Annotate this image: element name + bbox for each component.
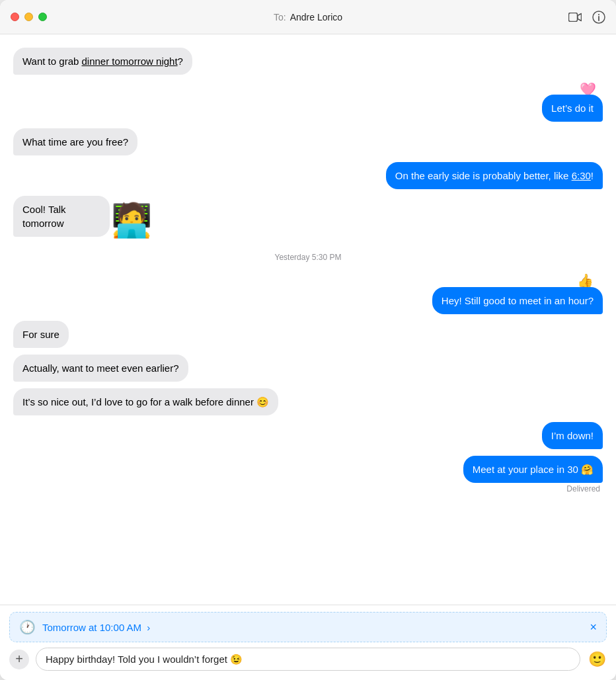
bubble-4: On the early side is probably better, li…: [386, 162, 603, 189]
input-area: 🕐 Tomorrow at 10:00 AM › × + 🙂: [0, 605, 616, 680]
traffic-lights: [11, 13, 47, 21]
messages-area: Want to grab dinner tomorrow night? 🩷 Le…: [0, 34, 616, 605]
message-row-2: 🩷 Let’s do it: [13, 81, 603, 122]
messages-window: To: Andre Lorico Want to: [0, 0, 616, 680]
scheduled-clock-icon: 🕐: [19, 619, 36, 635]
bubble-10: I’m down!: [542, 422, 603, 449]
bubble-9: It’s so nice out, I’d love to go for a w…: [13, 388, 278, 415]
message-row-8: Actually, want to meet even earlier?: [13, 355, 603, 382]
message-row-1: Want to grab dinner tomorrow night?: [13, 48, 603, 75]
titlebar-actions: [568, 11, 605, 24]
message-row-4: On the early side is probably better, li…: [13, 162, 603, 189]
message-row-5: Cool! Talk tomorrow 🧑‍💻: [13, 196, 603, 237]
bubble-7: For sure: [13, 321, 69, 348]
scheduled-close-button[interactable]: ×: [590, 620, 597, 634]
maximize-button[interactable]: [38, 13, 47, 21]
bubble-6: Hey! Still good to meet in an hour?: [432, 287, 603, 314]
bubble-1: Want to grab dinner tomorrow night?: [13, 48, 192, 75]
add-attachment-button[interactable]: +: [9, 650, 29, 669]
info-icon[interactable]: [592, 11, 605, 24]
timestamp-separator: Yesterday 5:30 PM: [13, 253, 603, 262]
svg-rect-0: [569, 13, 578, 21]
message-row-3: What time are you free?: [13, 128, 603, 155]
scheduled-banner: 🕐 Tomorrow at 10:00 AM › ×: [9, 612, 607, 642]
message-row-11: Meet at your place in 30 🤗 Delivered: [13, 456, 603, 493]
minimize-button[interactable]: [24, 13, 33, 21]
emoji-picker-button[interactable]: 🙂: [587, 650, 607, 669]
bubble-3: What time are you free?: [13, 128, 137, 155]
bubble-11: Meet at your place in 30 🤗: [463, 456, 603, 483]
bubble-sticker-row: Cool! Talk tomorrow 🧑‍💻: [13, 196, 161, 237]
memoji-sticker: 🧑‍💻: [111, 204, 152, 237]
scheduled-text: Tomorrow at 10:00 AM ›: [42, 622, 583, 633]
scheduled-arrow-icon: ›: [147, 622, 150, 633]
to-label: To:: [274, 12, 286, 22]
message-row-7: For sure: [13, 321, 603, 348]
reaction-thumbsup: 👍: [577, 273, 594, 288]
contact-name: Andre Lorico: [290, 12, 342, 22]
bubble-2: Let’s do it: [542, 95, 603, 122]
message-row-9: It’s so nice out, I’d love to go for a w…: [13, 388, 603, 415]
svg-point-3: [598, 13, 599, 15]
message-row-6: 👍 Hey! Still good to meet in an hour?: [13, 273, 603, 314]
video-call-icon[interactable]: [568, 11, 582, 24]
input-row: + 🙂: [9, 648, 607, 671]
titlebar-center: To: Andre Lorico: [274, 12, 342, 22]
delivered-status: Delivered: [566, 484, 600, 493]
bubble-8: Actually, want to meet even earlier?: [13, 355, 188, 382]
message-input[interactable]: [36, 648, 580, 671]
bubble-5: Cool! Talk tomorrow: [13, 196, 110, 237]
close-button[interactable]: [11, 13, 19, 21]
titlebar: To: Andre Lorico: [0, 0, 616, 34]
message-row-10: I’m down!: [13, 422, 603, 449]
